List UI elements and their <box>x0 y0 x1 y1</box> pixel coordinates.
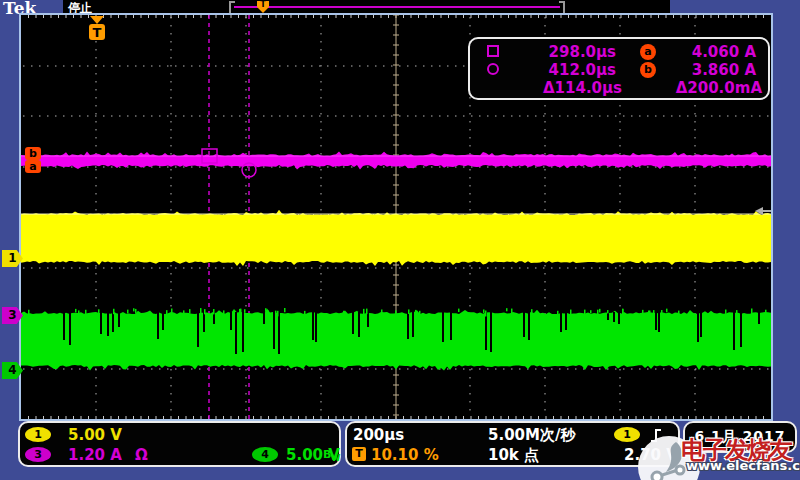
cursor-row-delta: Δ114.0μs Δ200.0mA <box>470 79 768 97</box>
ch4-bandwidth-indicator: BW <box>323 448 340 463</box>
cursor-b-value: 3.860 A <box>650 61 756 79</box>
svg-text:T: T <box>93 25 102 40</box>
ch4-badge[interactable]: 4 <box>252 447 278 462</box>
cursor-delta-value: Δ200.0mA <box>650 79 762 97</box>
trigger-source-badge[interactable]: 1 <box>614 427 640 442</box>
timebase-trigger-box: 200μs 5.00M次/秒 1 T 10.10 % 10k 点 2.70 V <box>345 421 680 467</box>
timebase-scale[interactable]: 200μs <box>353 426 404 444</box>
ch1-badge[interactable]: 1 <box>25 427 51 442</box>
cursor-b-time: 412.0μs <box>510 61 616 79</box>
record-view-line <box>234 6 560 8</box>
rising-edge-icon <box>649 427 663 444</box>
ch3-badge[interactable]: 3 <box>25 447 51 462</box>
ch3-scale[interactable]: 1.20 A <box>68 446 122 464</box>
ch1-scale[interactable]: 5.00 V <box>68 426 122 444</box>
cursor-a-marker[interactable]: a <box>25 160 41 173</box>
cursor-a-time: 298.0μs <box>510 43 616 61</box>
cursor-delta-time: Δ114.0μs <box>510 79 622 97</box>
cursor-b-marker[interactable]: b <box>25 147 41 160</box>
ch3-impedance: Ω <box>135 446 148 464</box>
cursor-row-a: 298.0μs a 4.060 A <box>470 43 768 61</box>
sample-rate: 5.00M次/秒 <box>488 426 575 445</box>
record-length: 10k 点 <box>488 446 539 465</box>
cursor-row-b: 412.0μs b 3.860 A <box>470 61 768 79</box>
cursor-a-square-icon <box>487 45 499 57</box>
oscilloscope-screen: Tek 停止 T T b a 1 3 4 298.0μs a 4.060 A 4… <box>0 0 800 480</box>
date-box: 6 1月 2017 <box>683 421 797 453</box>
cursor-readout-box: 298.0μs a 4.060 A 412.0μs b 3.860 A Δ114… <box>468 37 770 100</box>
trigger-position-badge: T <box>352 447 366 461</box>
trigger-position: 10.10 % <box>371 446 439 464</box>
cursor-b-circle-icon <box>487 63 499 75</box>
trigger-level[interactable]: 2.70 V <box>624 446 678 464</box>
cursor-a-value: 4.060 A <box>650 43 756 61</box>
date-text: 6 1月 2017 <box>685 428 795 446</box>
channel-readout-box: 1 5.00 V 3 1.20 A Ω 4 5.00 V BW <box>18 421 341 467</box>
watermark-url: www.elecfans.com <box>686 458 800 473</box>
